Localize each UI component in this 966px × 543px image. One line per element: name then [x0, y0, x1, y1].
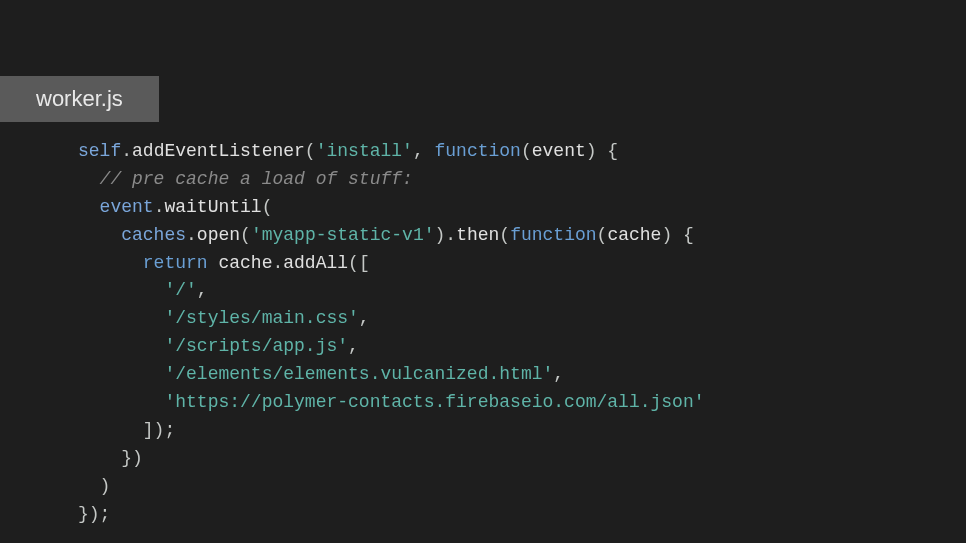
code-line: event.waitUntil(: [78, 194, 926, 222]
code-line: '/',: [78, 277, 926, 305]
code-line: 'https://polymer-contacts.firebaseio.com…: [78, 389, 926, 417]
code-line: });: [78, 501, 926, 529]
code-line: // pre cache a load of stuff:: [78, 166, 926, 194]
code-line: '/scripts/app.js',: [78, 333, 926, 361]
code-line: '/styles/main.css',: [78, 305, 926, 333]
code-line: self.addEventListener('install', functio…: [78, 138, 926, 166]
code-line: ]);: [78, 417, 926, 445]
code-line: }): [78, 445, 926, 473]
code-line: '/elements/elements.vulcanized.html',: [78, 361, 926, 389]
file-tab-label: worker.js: [36, 86, 123, 111]
code-line: ): [78, 473, 926, 501]
file-tab[interactable]: worker.js: [0, 76, 159, 122]
code-editor[interactable]: self.addEventListener('install', functio…: [78, 138, 926, 528]
code-line: caches.open('myapp-static-v1').then(func…: [78, 222, 926, 250]
code-line: return cache.addAll([: [78, 250, 926, 278]
